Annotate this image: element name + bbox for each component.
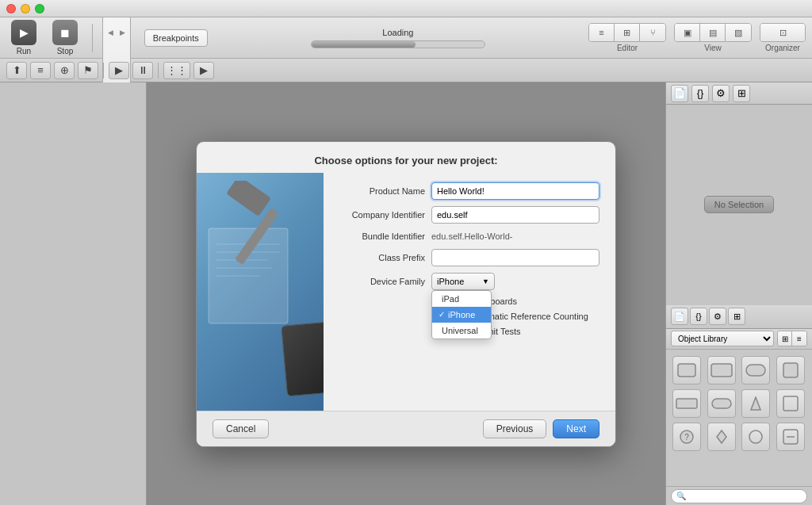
object-library-select[interactable]: Object Library (671, 331, 774, 346)
grid-view-btn[interactable]: ⊞ (778, 331, 792, 346)
view-debug-btn[interactable]: ▤ (700, 24, 726, 41)
bundle-id-value: edu.self.Hello-World- (431, 230, 599, 243)
svg-rect-9 (711, 364, 732, 377)
rs-top-toolbar: 📄 {} ⚙ ⊞ (666, 82, 812, 105)
stop-button[interactable]: ◼ Stop (48, 20, 82, 55)
rs-grid-icon[interactable]: ⊞ (733, 85, 750, 102)
obj-item-5[interactable] (672, 389, 701, 418)
view-label: View (704, 44, 722, 52)
obj-item-2[interactable] (707, 356, 736, 384)
no-selection-badge: No Selection (704, 196, 774, 213)
organizer-btn[interactable]: ⊡ (760, 24, 805, 41)
rs-icon-group: 📄 {} ⚙ ⊞ (671, 308, 745, 325)
company-id-input[interactable] (431, 206, 599, 224)
close-button[interactable] (6, 4, 16, 13)
t2-btn-2[interactable]: ⊕ (54, 62, 75, 79)
rs-code-icon[interactable]: {} (691, 85, 709, 102)
modal-body: Product Name Company Identifier Bundle I… (197, 173, 615, 411)
svg-rect-12 (676, 399, 697, 408)
t2-btn-5[interactable]: ⏸ (132, 62, 153, 79)
previous-button[interactable]: Previous (483, 419, 547, 438)
rs-gear-icon[interactable]: ⚙ (712, 85, 730, 102)
view-utilities-btn[interactable]: ▧ (726, 24, 751, 41)
device-family-dropdown[interactable]: iPhone ▼ (431, 273, 495, 290)
t2-btn-6[interactable]: ⋮⋮ (163, 62, 190, 79)
modal-form: Product Name Company Identifier Bundle I… (324, 173, 615, 411)
list-view-btn[interactable]: ≡ (792, 331, 806, 346)
obj-icon-11 (748, 429, 764, 445)
obj-icon-4 (783, 362, 799, 378)
rs-file-icon[interactable]: 📄 (671, 85, 688, 102)
editor-standard-btn[interactable]: ≡ (589, 24, 615, 41)
loading-bar (311, 40, 485, 48)
device-family-selected: iPhone (437, 277, 464, 286)
object-grid: ? (666, 350, 812, 487)
product-name-input[interactable] (431, 182, 599, 200)
left-sidebar (0, 82, 147, 505)
main-toolbar: ▶ Run ◼ Stop ◀ ▶ Scheme Breakpoints Load… (0, 17, 812, 59)
view-toggle: ⊞ ≡ (777, 331, 807, 346)
obj-item-7[interactable] (741, 389, 770, 418)
obj-icon-8 (783, 396, 799, 411)
editor-label: Editor (617, 44, 638, 52)
t2-btn-4[interactable]: ▶ (109, 62, 129, 79)
company-id-label: Company Identifier (336, 210, 431, 220)
rs-icon-btn-1[interactable]: 📄 (671, 308, 688, 325)
svg-rect-10 (746, 365, 765, 376)
breakpoints-button[interactable]: Breakpoints (144, 29, 208, 47)
obj-item-3[interactable] (741, 356, 770, 384)
obj-item-9[interactable]: ? (672, 423, 701, 451)
run-button[interactable]: ▶ Run (6, 20, 41, 55)
rs-icon-btn-4[interactable]: ⊞ (728, 308, 745, 325)
obj-item-11[interactable] (741, 423, 770, 451)
bundle-id-label: Bundle Identifier (336, 231, 431, 241)
nav-buttons: Previous Next (483, 419, 599, 438)
dropdown-item-universal[interactable]: Universal (432, 323, 491, 339)
obj-icon-2 (710, 363, 733, 377)
obj-item-12[interactable] (776, 423, 805, 451)
obj-icon-10 (715, 429, 728, 445)
obj-item-4[interactable] (776, 356, 805, 384)
search-input[interactable] (689, 492, 802, 500)
rs-bottom-area: 📄 {} ⚙ ⊞ Object Library ⊞ ≡ (666, 305, 812, 506)
obj-icon-6 (711, 398, 732, 409)
minimize-button[interactable] (21, 4, 30, 13)
product-name-row: Product Name (336, 182, 599, 200)
dropdown-item-iphone[interactable]: ✓ iPhone (432, 307, 491, 323)
phone-mockup (281, 321, 324, 396)
rs-icon-btn-3[interactable]: ⚙ (709, 308, 726, 325)
t2-btn-3[interactable]: ⚑ (78, 62, 98, 79)
new-project-modal: Choose options for your new project: (196, 141, 616, 447)
right-toolbar: ≡ ⊞ ⑂ Editor ▣ ▤ ▧ View ⊡ Organizer (588, 23, 806, 52)
t2-btn-7[interactable]: ▶ (193, 62, 214, 79)
rs-icon-btn-2[interactable]: {} (690, 308, 707, 325)
svg-rect-15 (783, 396, 798, 411)
view-navigator-btn[interactable]: ▣ (675, 24, 700, 41)
class-prefix-input[interactable] (431, 249, 599, 266)
editor-version-btn[interactable]: ⑂ (640, 24, 665, 41)
company-id-row: Company Identifier (336, 206, 599, 224)
obj-item-1[interactable] (672, 356, 701, 384)
next-button[interactable]: Next (553, 419, 599, 438)
device-family-row: Device Family iPhone ▼ (336, 273, 599, 290)
view-group: ▣ ▤ ▧ (674, 23, 752, 42)
toolbar-sep-1 (92, 24, 93, 52)
obj-item-8[interactable] (776, 389, 805, 418)
loading-title: Loading (382, 28, 413, 37)
dropdown-item-ipad[interactable]: iPad (432, 291, 491, 307)
loading-bar-fill (312, 41, 416, 48)
cancel-button[interactable]: Cancel (213, 419, 269, 438)
editor-assistant-btn[interactable]: ⊞ (615, 24, 640, 41)
svg-point-19 (749, 430, 762, 443)
search-bar: 🔍 (666, 486, 812, 505)
t2-btn-1[interactable]: ≡ (30, 62, 51, 79)
modal-overlay: Choose options for your new project: (147, 82, 665, 505)
t2-btn-0[interactable]: ⬆ (6, 62, 27, 79)
maximize-button[interactable] (35, 4, 44, 13)
universal-label: Universal (442, 326, 478, 335)
obj-item-6[interactable] (707, 389, 736, 418)
stop-label: Stop (57, 47, 74, 55)
iphone-label: iPhone (448, 310, 475, 319)
obj-item-10[interactable] (707, 423, 736, 451)
obj-icon-7 (750, 396, 761, 411)
